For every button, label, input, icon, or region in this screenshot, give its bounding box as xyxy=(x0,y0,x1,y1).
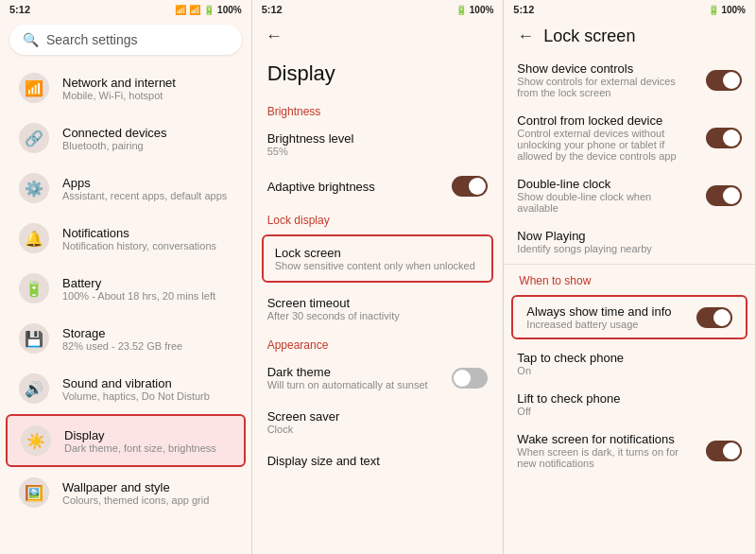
status-bar-panel2: 5:12 🔋 100% xyxy=(252,0,504,19)
lockscreen-nav-item[interactable]: Lock screen Show sensitive content only … xyxy=(262,234,494,283)
status-bar-panel1: 5:12 📶 📶 🔋 100% xyxy=(0,0,251,19)
item-title-apps: Apps xyxy=(62,176,227,190)
icon-notifications: 🔔 xyxy=(19,223,49,253)
display-title: Display xyxy=(252,54,504,97)
settings-item-apps[interactable]: ⚙️ Apps Assistant, recent apps, default … xyxy=(6,164,246,213)
when-item-wakenotif[interactable]: Wake screen for notifications When scree… xyxy=(504,424,755,476)
section-label-lock-display: Lock display xyxy=(252,206,504,231)
settings-item-network[interactable]: 📶 Network and internet Mobile, Wi-Fi, ho… xyxy=(6,63,246,113)
item-title-storage: Storage xyxy=(62,326,182,340)
toggle-controlfromlocked[interactable] xyxy=(706,128,742,148)
icon-battery: 🔋 xyxy=(19,273,49,303)
section-label-appearance: Appearance xyxy=(252,331,504,355)
search-icon: 🔍 xyxy=(23,32,39,47)
back-button-lockscreen[interactable]: ← xyxy=(517,26,534,46)
toggle-devicecontrols[interactable] xyxy=(706,70,742,91)
item-title-display: Display xyxy=(64,428,216,442)
lockscreen-header: ← Lock screen xyxy=(504,19,755,54)
display-item-screensaver[interactable]: Screen saver Clock xyxy=(252,400,504,444)
icon-storage: 💾 xyxy=(19,323,49,354)
display-item-brightness[interactable]: Brightness level 55% xyxy=(252,122,504,166)
lock-item-doubleclock[interactable]: Double-line clock Show double-line clock… xyxy=(504,169,755,221)
always-show-row[interactable]: Always show time and info Increased batt… xyxy=(511,295,747,339)
settings-item-connected[interactable]: 🔗 Connected devices Bluetooth, pairing xyxy=(6,113,246,163)
status-icons-panel1: 📶 📶 🔋 100% xyxy=(175,5,242,15)
icon-network: 📶 xyxy=(19,73,49,103)
toggle-doubleclock[interactable] xyxy=(706,185,742,206)
settings-item-wallpaper[interactable]: 🖼️ Wallpaper and style Colours, themed i… xyxy=(6,468,246,517)
item-title-battery: Battery xyxy=(62,276,215,290)
display-item-screentimeout[interactable]: Screen timeout After 30 seconds of inact… xyxy=(252,286,504,331)
item-title-connected: Connected devices xyxy=(62,126,167,140)
lock-item-controlfromlocked[interactable]: Control from locked device Control exter… xyxy=(504,106,755,169)
lock-item-devicecontrols[interactable]: Show device controls Show controls for e… xyxy=(504,54,755,106)
item-sub-battery: 100% - About 18 hrs, 20 mins left xyxy=(62,290,215,302)
when-item-liftcheck[interactable]: Lift to check phone Off xyxy=(504,384,755,424)
item-sub-sound: Volume, haptics, Do Not Disturb xyxy=(62,390,210,402)
icon-connected: 🔗 xyxy=(19,123,49,153)
item-sub-wallpaper: Colours, themed icons, app grid xyxy=(62,494,209,506)
panel-settings-main: 5:12 📶 📶 🔋 100% 🔍 Search settings 📶 Netw… xyxy=(0,0,252,554)
item-sub-display: Dark theme, font size, brightness xyxy=(64,442,216,454)
lockscreen-title: Lock screen xyxy=(543,26,635,46)
time-panel1: 5:12 xyxy=(9,4,30,15)
icon-wallpaper: 🖼️ xyxy=(19,477,49,508)
icon-apps: ⚙️ xyxy=(19,173,49,203)
toggle-always-show[interactable] xyxy=(696,307,732,328)
when-item-tapcheck[interactable]: Tap to check phone On xyxy=(504,343,755,384)
display-header: ← xyxy=(252,19,504,54)
when-to-show-divider xyxy=(504,264,755,265)
search-placeholder: Search settings xyxy=(46,32,138,47)
item-sub-apps: Assistant, recent apps, default apps xyxy=(62,190,227,201)
status-bar-panel3: 5:12 🔋 100% xyxy=(504,0,755,19)
panel-lockscreen: 5:12 🔋 100% ← Lock screen Show device co… xyxy=(504,0,756,554)
item-title-network: Network and internet xyxy=(62,76,176,90)
search-bar[interactable]: 🔍 Search settings xyxy=(9,25,242,55)
section-label-brightness: Brightness xyxy=(252,97,504,122)
item-title-notifications: Notifications xyxy=(62,226,216,240)
settings-item-display[interactable]: ☀️ Display Dark theme, font size, bright… xyxy=(6,414,246,467)
item-sub-network: Mobile, Wi-Fi, hotspot xyxy=(62,90,176,101)
display-content: Brightness Brightness level 55% Adaptive… xyxy=(252,97,504,554)
settings-item-sound[interactable]: 🔊 Sound and vibration Volume, haptics, D… xyxy=(6,364,246,413)
panel-display: 5:12 🔋 100% ← Display Brightness Brightn… xyxy=(252,0,505,554)
lock-item-nowplaying[interactable]: Now Playing Identify songs playing nearb… xyxy=(504,221,755,262)
lockscreen-content: Show device controls Show controls for e… xyxy=(504,54,755,554)
settings-item-notifications[interactable]: 🔔 Notifications Notification history, co… xyxy=(6,214,246,263)
settings-list: 📶 Network and internet Mobile, Wi-Fi, ho… xyxy=(0,62,251,554)
back-button-display[interactable]: ← xyxy=(266,26,283,46)
when-to-show-label: When to show xyxy=(504,267,755,291)
icon-sound: 🔊 xyxy=(19,373,49,404)
toggle-adaptive[interactable] xyxy=(452,176,488,197)
item-sub-storage: 82% used - 23.52 GB free xyxy=(62,340,182,352)
display-item-darktheme[interactable]: Dark theme Will turn on automatically at… xyxy=(252,355,504,400)
settings-item-battery[interactable]: 🔋 Battery 100% - About 18 hrs, 20 mins l… xyxy=(6,264,246,313)
toggle-darktheme[interactable] xyxy=(452,368,488,389)
item-title-wallpaper: Wallpaper and style xyxy=(62,480,209,494)
toggle-wakenotif[interactable] xyxy=(706,441,742,461)
settings-item-storage[interactable]: 💾 Storage 82% used - 23.52 GB free xyxy=(6,314,246,363)
display-item-adaptive[interactable]: Adaptive brightness xyxy=(252,166,504,206)
item-title-sound: Sound and vibration xyxy=(62,376,210,390)
display-item-displaysize[interactable]: Display size and text xyxy=(252,444,504,477)
item-sub-notifications: Notification history, conversations xyxy=(62,240,216,251)
icon-display: ☀️ xyxy=(21,425,51,456)
item-sub-connected: Bluetooth, pairing xyxy=(62,140,167,151)
